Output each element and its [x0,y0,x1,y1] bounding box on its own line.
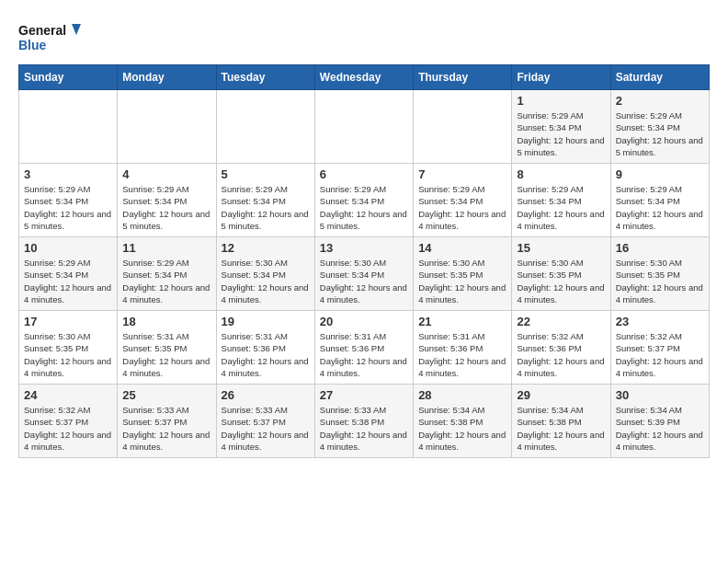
weekday-header-tuesday: Tuesday [216,65,314,90]
cell-info: Sunrise: 5:33 AM Sunset: 5:38 PM Dayligh… [320,404,408,453]
cell-info: Sunrise: 5:30 AM Sunset: 5:35 PM Dayligh… [616,257,704,305]
day-number: 12 [222,241,310,255]
cell-info: Sunrise: 5:30 AM Sunset: 5:34 PM Dayligh… [320,257,408,305]
cell-info: Sunrise: 5:34 AM Sunset: 5:38 PM Dayligh… [418,404,506,453]
weekday-header-wednesday: Wednesday [314,65,413,90]
calendar-cell: 5Sunrise: 5:29 AM Sunset: 5:34 PM Daylig… [216,164,314,237]
calendar-cell: 27Sunrise: 5:33 AM Sunset: 5:38 PM Dayli… [314,385,413,458]
calendar-cell: 23Sunrise: 5:32 AM Sunset: 5:37 PM Dayli… [610,311,709,385]
calendar-cell: 30Sunrise: 5:34 AM Sunset: 5:39 PM Dayli… [610,385,709,458]
cell-info: Sunrise: 5:29 AM Sunset: 5:34 PM Dayligh… [122,257,210,305]
weekday-header-thursday: Thursday [414,65,512,90]
page-header: General Blue [18,18,710,55]
calendar-cell: 25Sunrise: 5:33 AM Sunset: 5:37 PM Dayli… [118,385,216,458]
cell-info: Sunrise: 5:29 AM Sunset: 5:34 PM Dayligh… [24,183,112,232]
calendar-cell: 3Sunrise: 5:29 AM Sunset: 5:34 PM Daylig… [19,164,118,237]
cell-info: Sunrise: 5:29 AM Sunset: 5:34 PM Dayligh… [517,183,605,232]
day-number: 6 [320,167,408,181]
day-number: 2 [616,94,704,108]
calendar-cell [314,90,413,164]
day-number: 1 [517,94,605,108]
day-number: 24 [24,388,112,402]
calendar-cell: 29Sunrise: 5:34 AM Sunset: 5:38 PM Dayli… [512,385,610,458]
calendar-cell: 17Sunrise: 5:30 AM Sunset: 5:35 PM Dayli… [19,311,118,385]
calendar-cell: 28Sunrise: 5:34 AM Sunset: 5:38 PM Dayli… [414,385,512,458]
calendar-cell: 14Sunrise: 5:30 AM Sunset: 5:35 PM Dayli… [414,237,512,311]
calendar-cell [216,90,314,164]
day-number: 3 [24,167,112,181]
calendar-week-1: 1Sunrise: 5:29 AM Sunset: 5:34 PM Daylig… [19,90,710,164]
cell-info: Sunrise: 5:31 AM Sunset: 5:36 PM Dayligh… [320,330,408,379]
cell-info: Sunrise: 5:34 AM Sunset: 5:38 PM Dayligh… [517,404,605,453]
day-number: 19 [222,315,310,328]
calendar-cell: 21Sunrise: 5:31 AM Sunset: 5:36 PM Dayli… [414,311,512,385]
weekday-header-saturday: Saturday [610,65,709,90]
cell-info: Sunrise: 5:32 AM Sunset: 5:36 PM Dayligh… [517,330,605,379]
calendar-week-4: 17Sunrise: 5:30 AM Sunset: 5:35 PM Dayli… [19,311,710,385]
svg-marker-2 [72,24,81,35]
cell-info: Sunrise: 5:32 AM Sunset: 5:37 PM Dayligh… [24,404,112,453]
cell-info: Sunrise: 5:31 AM Sunset: 5:35 PM Dayligh… [122,330,210,379]
calendar-cell [19,90,118,164]
day-number: 27 [320,388,408,402]
calendar-cell: 16Sunrise: 5:30 AM Sunset: 5:35 PM Dayli… [610,237,709,311]
calendar-cell: 18Sunrise: 5:31 AM Sunset: 5:35 PM Dayli… [118,311,216,385]
logo-svg: General Blue [18,18,83,55]
cell-info: Sunrise: 5:30 AM Sunset: 5:35 PM Dayligh… [418,257,506,305]
day-number: 4 [122,167,210,181]
calendar-cell: 7Sunrise: 5:29 AM Sunset: 5:34 PM Daylig… [414,164,512,237]
calendar-cell: 11Sunrise: 5:29 AM Sunset: 5:34 PM Dayli… [118,237,216,311]
day-number: 8 [517,167,605,181]
calendar-cell: 19Sunrise: 5:31 AM Sunset: 5:36 PM Dayli… [216,311,314,385]
logo: General Blue [18,18,83,55]
day-number: 23 [616,315,704,328]
cell-info: Sunrise: 5:29 AM Sunset: 5:34 PM Dayligh… [24,257,112,305]
day-number: 10 [24,241,112,255]
calendar-cell: 12Sunrise: 5:30 AM Sunset: 5:34 PM Dayli… [216,237,314,311]
calendar-cell: 24Sunrise: 5:32 AM Sunset: 5:37 PM Dayli… [19,385,118,458]
weekday-header-monday: Monday [118,65,216,90]
calendar-week-2: 3Sunrise: 5:29 AM Sunset: 5:34 PM Daylig… [19,164,710,237]
day-number: 14 [418,241,506,255]
day-number: 29 [517,388,605,402]
calendar-cell: 1Sunrise: 5:29 AM Sunset: 5:34 PM Daylig… [512,90,610,164]
calendar-week-5: 24Sunrise: 5:32 AM Sunset: 5:37 PM Dayli… [19,385,710,458]
calendar-cell: 22Sunrise: 5:32 AM Sunset: 5:36 PM Dayli… [512,311,610,385]
cell-info: Sunrise: 5:29 AM Sunset: 5:34 PM Dayligh… [517,109,605,158]
svg-text:Blue: Blue [18,38,47,52]
calendar-week-3: 10Sunrise: 5:29 AM Sunset: 5:34 PM Dayli… [19,237,710,311]
cell-info: Sunrise: 5:29 AM Sunset: 5:34 PM Dayligh… [320,183,408,232]
calendar-cell: 2Sunrise: 5:29 AM Sunset: 5:34 PM Daylig… [610,90,709,164]
cell-info: Sunrise: 5:34 AM Sunset: 5:39 PM Dayligh… [616,404,704,453]
day-number: 7 [418,167,506,181]
day-number: 26 [222,388,310,402]
day-number: 28 [418,388,506,402]
calendar-cell: 9Sunrise: 5:29 AM Sunset: 5:34 PM Daylig… [610,164,709,237]
day-number: 20 [320,315,408,328]
calendar-cell: 10Sunrise: 5:29 AM Sunset: 5:34 PM Dayli… [19,237,118,311]
day-number: 13 [320,241,408,255]
calendar-cell: 26Sunrise: 5:33 AM Sunset: 5:37 PM Dayli… [216,385,314,458]
calendar-table: SundayMondayTuesdayWednesdayThursdayFrid… [18,64,710,458]
cell-info: Sunrise: 5:29 AM Sunset: 5:34 PM Dayligh… [418,183,506,232]
weekday-header-sunday: Sunday [19,65,118,90]
day-number: 21 [418,315,506,328]
day-number: 18 [122,315,210,328]
day-number: 15 [517,241,605,255]
day-number: 22 [517,315,605,328]
day-number: 17 [24,315,112,328]
weekday-header-row: SundayMondayTuesdayWednesdayThursdayFrid… [19,65,710,90]
calendar-cell: 4Sunrise: 5:29 AM Sunset: 5:34 PM Daylig… [118,164,216,237]
cell-info: Sunrise: 5:30 AM Sunset: 5:35 PM Dayligh… [517,257,605,305]
cell-info: Sunrise: 5:31 AM Sunset: 5:36 PM Dayligh… [418,330,506,379]
cell-info: Sunrise: 5:30 AM Sunset: 5:35 PM Dayligh… [24,330,112,379]
day-number: 25 [122,388,210,402]
cell-info: Sunrise: 5:31 AM Sunset: 5:36 PM Dayligh… [222,330,310,379]
calendar-cell: 13Sunrise: 5:30 AM Sunset: 5:34 PM Dayli… [314,237,413,311]
day-number: 11 [122,241,210,255]
cell-info: Sunrise: 5:29 AM Sunset: 5:34 PM Dayligh… [616,183,704,232]
calendar-cell [118,90,216,164]
cell-info: Sunrise: 5:30 AM Sunset: 5:34 PM Dayligh… [222,257,310,305]
calendar-cell: 20Sunrise: 5:31 AM Sunset: 5:36 PM Dayli… [314,311,413,385]
day-number: 5 [222,167,310,181]
